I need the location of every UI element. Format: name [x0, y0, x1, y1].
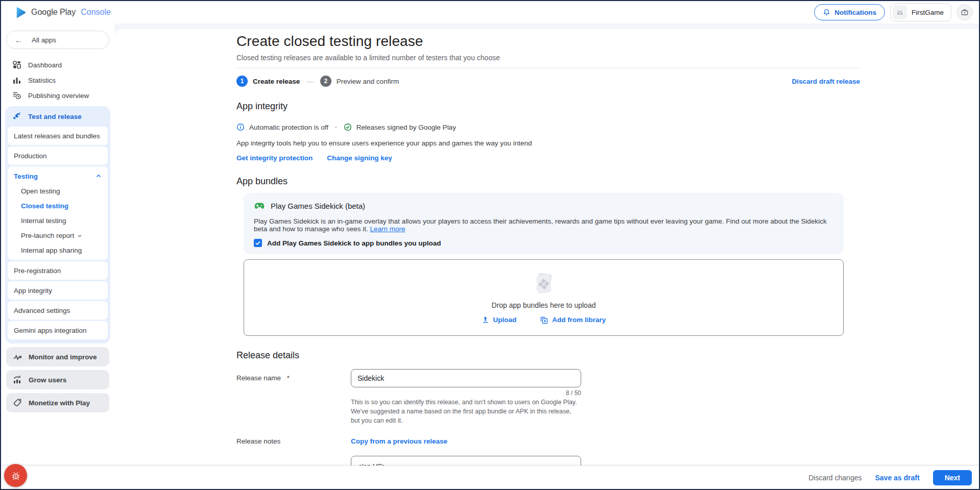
- sidebar-item-pre-registration[interactable]: Pre-registration: [8, 261, 108, 280]
- sidebar-section-test-and-release[interactable]: Test and release: [8, 106, 108, 127]
- sidebar-item-internal-testing[interactable]: Internal testing: [8, 213, 108, 228]
- chevron-down-icon: [77, 233, 82, 238]
- notifications-button[interactable]: Notifications: [814, 4, 885, 20]
- left-sidebar: ← All apps Dashboard Statistics Publishi…: [1, 23, 114, 465]
- page-content: Create closed testing release Closed tes…: [236, 29, 860, 465]
- testing-label: Testing: [14, 173, 38, 180]
- check-circle-icon: [344, 123, 352, 131]
- protection-status: Automatic protection is off: [249, 124, 328, 131]
- release-details-heading: Release details: [236, 350, 860, 361]
- release-name-control: 8 / 50 This is so you can identify this …: [351, 369, 581, 425]
- upload-label: Upload: [493, 316, 517, 324]
- sidebar-item-label: Publishing overview: [28, 92, 89, 100]
- sidekick-description: Play Games Sidekick is an in-game overla…: [254, 217, 833, 233]
- dropzone-actions: Upload Add from library: [482, 316, 606, 324]
- chevron-up-icon: [95, 173, 102, 179]
- all-apps-label: All apps: [32, 36, 56, 44]
- copy-previous-release-link[interactable]: Copy from a previous release: [351, 437, 447, 445]
- sidebar-item-app-integrity[interactable]: App integrity: [8, 281, 108, 300]
- release-name-input[interactable]: [351, 369, 581, 387]
- sidebar-item-advanced-settings[interactable]: Advanced settings: [8, 301, 108, 320]
- app-integrity-description: App integrity tools help you to ensure u…: [236, 139, 860, 147]
- info-icon: [236, 123, 245, 131]
- step-1-label: Create release: [253, 78, 300, 85]
- save-as-draft-button[interactable]: Save as draft: [875, 474, 919, 482]
- sidebar-section-label: Test and release: [28, 113, 82, 120]
- sidebar-item-dashboard[interactable]: Dashboard: [5, 57, 110, 72]
- sidekick-title: Play Games Sidekick (beta): [271, 202, 365, 210]
- sidebar-item-production[interactable]: Production: [8, 146, 108, 165]
- sidebar-group-testing: Testing Open testing Closed testing Inte…: [8, 166, 108, 260]
- app-switcher-chip[interactable]: FirstGame: [890, 3, 951, 21]
- sidebar-item-open-testing[interactable]: Open testing: [8, 184, 108, 199]
- next-button[interactable]: Next: [933, 470, 972, 485]
- release-name-row: Release name * 8 / 50 This is so you can…: [236, 369, 860, 425]
- sidekick-checkbox-row: Add Play Games Sidekick to app bundles y…: [254, 239, 833, 247]
- required-asterisk: *: [287, 374, 290, 382]
- main-panel: Create closed testing release Closed tes…: [114, 29, 979, 465]
- feedback-bug-button[interactable]: [4, 464, 27, 487]
- release-notes-row: Release notes Copy from a previous relea…: [236, 436, 860, 465]
- rocket-icon: [12, 112, 22, 121]
- logo-product-text: Console: [81, 8, 111, 17]
- sidebar-item-pre-launch-report[interactable]: Pre-launch report: [8, 228, 108, 243]
- android-icon: [893, 5, 907, 19]
- sidebar-item-latest-releases[interactable]: Latest releases and bundles: [8, 127, 108, 145]
- add-from-library-label: Add from library: [552, 316, 606, 324]
- page-subtitle: Closed testing releases are available to…: [236, 54, 860, 62]
- upload-button[interactable]: Upload: [482, 316, 517, 324]
- discard-draft-release-link[interactable]: Discard draft release: [792, 78, 860, 85]
- play-console-page: { "header": { "brand": "Google Play", "p…: [0, 0, 980, 490]
- library-icon: [540, 316, 548, 324]
- back-arrow-icon: ←: [15, 36, 22, 44]
- step-2-label: Preview and confirm: [337, 78, 399, 85]
- add-from-library-button[interactable]: Add from library: [540, 316, 606, 324]
- sidebar-item-label: Production: [14, 152, 47, 160]
- play-logo-icon: [15, 7, 26, 18]
- publishing-overview-icon: [12, 91, 21, 100]
- account-name: FirstGame: [912, 9, 949, 16]
- change-signing-key-link[interactable]: Change signing key: [327, 154, 392, 162]
- release-notes-textarea[interactable]: </en-US>: [351, 456, 581, 465]
- release-notes-label: Release notes: [236, 436, 351, 465]
- sidebar-section-monetize-with-play[interactable]: Monetize with Play: [6, 393, 109, 412]
- bell-icon: [823, 8, 830, 16]
- app-integrity-links: Get integrity protection Change signing …: [236, 154, 860, 162]
- header-divider: [236, 68, 860, 68]
- app-integrity-status-row: Automatic protection is off · Releases s…: [236, 122, 860, 132]
- sidebar-item-statistics[interactable]: Statistics: [5, 72, 110, 88]
- signing-status: Releases signed by Google Play: [356, 124, 456, 131]
- sidebar-item-label: Latest releases and bundles: [14, 132, 100, 140]
- briefcase-icon: [961, 8, 969, 16]
- account-menu-button[interactable]: [957, 4, 973, 20]
- sidebar-item-testing[interactable]: Testing: [8, 168, 108, 184]
- step-separator: —: [306, 78, 314, 85]
- release-name-helper: This is so you can identify this release…: [351, 398, 581, 425]
- google-play-console-logo[interactable]: Google Play Console: [15, 7, 111, 18]
- sidebar-item-internal-app-sharing[interactable]: Internal app sharing: [8, 243, 108, 258]
- bottom-action-bar: Discard changes Save as draft Next: [1, 465, 979, 489]
- sidekick-checkbox[interactable]: [254, 239, 262, 247]
- play-games-sidekick-icon: [254, 201, 265, 210]
- test-and-release-panel: Test and release Latest releases and bun…: [5, 106, 110, 344]
- page-title: Create closed testing release: [236, 33, 860, 50]
- sidebar-item-gemini-apps-integration[interactable]: Gemini apps integration: [8, 321, 108, 339]
- sidebar-item-publishing-overview[interactable]: Publishing overview: [5, 88, 110, 103]
- sidebar-section-monitor-and-improve[interactable]: Monitor and improve: [6, 347, 109, 366]
- sidebar-section-grow-users[interactable]: Grow users: [6, 370, 109, 389]
- app-integrity-heading: App integrity: [236, 101, 860, 112]
- sidebar-item-label: Dashboard: [28, 61, 62, 69]
- app-bundle-dropzone[interactable]: Drop app bundles here to upload Upload A…: [244, 259, 844, 336]
- learn-more-link[interactable]: Learn more: [370, 225, 405, 233]
- sidekick-title-row: Play Games Sidekick (beta): [254, 201, 833, 210]
- app-bundles-heading: App bundles: [236, 176, 860, 187]
- sidekick-checkbox-label: Add Play Games Sidekick to app bundles y…: [267, 239, 441, 247]
- get-integrity-protection-link[interactable]: Get integrity protection: [236, 154, 313, 162]
- stepper: 1 Create release — 2 Preview and confirm: [236, 76, 399, 87]
- sidebar-item-closed-testing[interactable]: Closed testing: [8, 199, 108, 213]
- notifications-label: Notifications: [834, 9, 876, 16]
- all-apps-back-button[interactable]: ← All apps: [6, 31, 109, 49]
- discard-changes-button[interactable]: Discard changes: [808, 474, 862, 482]
- sidebar-item-label: Statistics: [28, 77, 56, 84]
- statistics-icon: [12, 76, 21, 85]
